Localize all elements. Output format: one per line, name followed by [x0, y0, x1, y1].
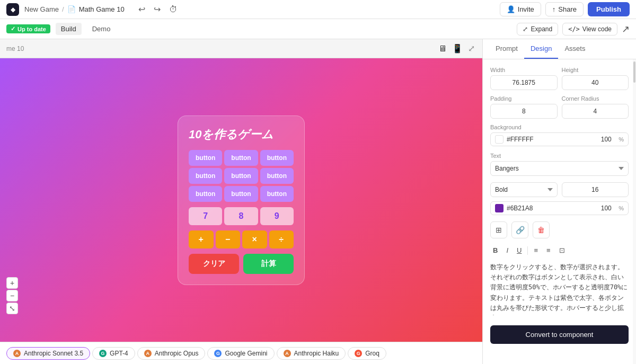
breadcrumb-sep: /	[62, 5, 64, 13]
bold-button[interactable]: B	[490, 245, 500, 256]
height-input[interactable]	[562, 75, 629, 90]
game-title: 10を作るゲーム	[189, 127, 294, 143]
arrow-button[interactable]: ↗	[622, 23, 630, 35]
logo-icon: ◆	[11, 6, 15, 13]
publish-button[interactable]: Publish	[588, 2, 630, 16]
panel-scrollbar[interactable]	[633, 59, 636, 364]
format-row: B I U ≡ ≡ ⊡	[490, 245, 629, 256]
delete-icon-button[interactable]: 🗑	[533, 221, 550, 238]
font-weight-group: Bold	[490, 182, 558, 197]
game-btn-9[interactable]: button	[260, 186, 294, 202]
width-input[interactable]	[490, 75, 558, 90]
zoom-out-button[interactable]: −	[6, 290, 18, 301]
convert-button[interactable]: Convert to component	[490, 325, 629, 344]
undo-button[interactable]: ↩	[136, 3, 147, 15]
op-minus-button[interactable]: −	[216, 230, 241, 248]
tab-assets[interactable]: Assets	[558, 39, 591, 59]
status-badge: ✓ Up to date	[6, 24, 50, 33]
bg-color-swatch[interactable]	[495, 135, 504, 144]
calc-button[interactable]: 計算	[243, 254, 294, 274]
tab-build[interactable]: Build	[56, 23, 82, 35]
font-weight-select[interactable]: Bold	[490, 182, 558, 197]
panel-tabs: Prompt Design Assets	[483, 39, 636, 59]
share-button[interactable]: ↑ Share	[545, 2, 584, 16]
zoom-fit-button[interactable]: ⤡	[6, 303, 18, 314]
clear-button[interactable]: クリア	[189, 254, 239, 274]
model-chip-1[interactable]: GGPT-4	[92, 347, 135, 360]
model-chip-0[interactable]: AAnthropic Sonnet 3.5	[6, 347, 90, 360]
page-name[interactable]: Math Game 10	[79, 5, 125, 13]
game-btn-2[interactable]: button	[224, 150, 258, 166]
font-family-select[interactable]: Bangers	[490, 161, 629, 176]
game-btn-8[interactable]: button	[224, 186, 258, 202]
invite-button[interactable]: 👤 Invite	[500, 2, 541, 16]
main-layout: me 10 🖥 📱 ⤢ 10を作るゲーム button button butto…	[0, 39, 636, 364]
breadcrumb: New Game / 📄 Math Game 10	[24, 5, 125, 13]
game-btn-4[interactable]: button	[189, 168, 222, 184]
topbar-right: 👤 Invite ↑ Share Publish	[500, 2, 630, 16]
image-button[interactable]: ⊡	[556, 245, 568, 256]
op-divide-button[interactable]: ÷	[269, 230, 294, 248]
padding-label: Padding	[490, 95, 558, 102]
text-color-input[interactable]	[507, 205, 594, 212]
viewcode-icon: </>	[568, 25, 580, 33]
viewcode-button[interactable]: </> View code	[562, 23, 617, 35]
bg-color-input[interactable]	[507, 136, 594, 143]
game-btn-3[interactable]: button	[260, 150, 294, 166]
game-ops-row: + − × ÷	[189, 230, 294, 248]
format-separator	[527, 246, 528, 255]
topbar-actions: ↩ ↪ ⏱	[136, 3, 180, 15]
link-icon-button[interactable]: 🔗	[511, 221, 528, 238]
underline-button[interactable]: U	[514, 245, 524, 256]
history-button[interactable]: ⏱	[167, 4, 180, 15]
text-color-swatch[interactable]	[495, 204, 504, 212]
publish-label: Publish	[596, 5, 621, 13]
viewcode-label: View code	[582, 25, 612, 33]
toolbar-center: ⤢ Expand </> View code ↗	[517, 23, 630, 35]
invite-icon: 👤	[507, 5, 515, 13]
model-chip-3[interactable]: GGoogle Gemini	[207, 347, 274, 360]
number-9-button[interactable]: 9	[260, 207, 294, 225]
breadcrumb-home[interactable]: New Game	[24, 5, 59, 13]
game-btn-5[interactable]: button	[224, 168, 258, 184]
height-field-group: Height	[562, 67, 629, 90]
font-size-input[interactable]	[562, 182, 629, 197]
grid-icon-button[interactable]: ⊞	[490, 221, 507, 238]
bg-opacity-input[interactable]	[597, 136, 615, 143]
list1-button[interactable]: ≡	[531, 245, 541, 256]
op-multiply-button[interactable]: ×	[242, 230, 267, 248]
corner-field-group: Corner Radius	[562, 95, 629, 119]
zoom-in-button[interactable]: +	[6, 277, 18, 289]
width-field-group: Width	[490, 67, 558, 90]
op-plus-button[interactable]: +	[189, 230, 214, 248]
game-number-row: 7 8 9	[189, 207, 294, 225]
game-btn-6[interactable]: button	[260, 168, 294, 184]
model-chip-4[interactable]: AAnthropic Haiku	[277, 347, 346, 360]
text-row: Text Bangers	[490, 153, 629, 176]
game-btn-7[interactable]: button	[189, 186, 222, 202]
text-color-row: %	[490, 201, 629, 215]
tab-prompt[interactable]: Prompt	[489, 39, 524, 59]
expand-button[interactable]: ⤢ Expand	[517, 23, 558, 35]
resize-button[interactable]: ⤢	[467, 42, 476, 55]
number-8-button[interactable]: 8	[224, 207, 258, 225]
corner-input[interactable]	[562, 104, 629, 119]
status-label: Up to date	[17, 26, 46, 32]
topbar: ◆ New Game / 📄 Math Game 10 ↩ ↪ ⏱ 👤 Invi…	[0, 0, 636, 19]
redo-button[interactable]: ↪	[152, 3, 163, 15]
tab-design[interactable]: Design	[524, 39, 558, 59]
game-btn-1[interactable]: button	[189, 150, 222, 166]
description-textarea[interactable]	[490, 262, 629, 315]
model-chip-2[interactable]: AAnthropic Opus	[137, 347, 206, 360]
number-7-button[interactable]: 7	[189, 207, 222, 225]
model-chip-5[interactable]: GGroq	[348, 347, 386, 360]
list2-button[interactable]: ≡	[544, 245, 553, 256]
padding-input[interactable]	[490, 104, 558, 119]
desktop-view-button[interactable]: 🖥	[437, 42, 448, 55]
mobile-view-button[interactable]: 📱	[451, 42, 464, 55]
text-opacity-input[interactable]	[597, 205, 615, 212]
logo-button[interactable]: ◆	[6, 3, 19, 16]
italic-button[interactable]: I	[504, 245, 511, 256]
tab-demo[interactable]: Demo	[87, 23, 116, 35]
corner-label: Corner Radius	[562, 95, 629, 102]
